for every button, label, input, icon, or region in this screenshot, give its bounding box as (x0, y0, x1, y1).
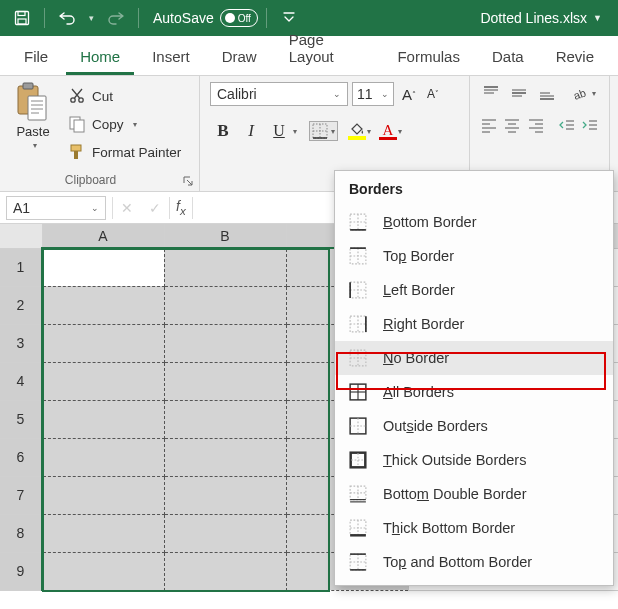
cell[interactable] (42, 362, 164, 400)
cell[interactable] (164, 400, 286, 438)
align-right-button[interactable] (525, 114, 547, 136)
font-name-combo[interactable]: Calibri⌄ (210, 82, 348, 106)
fx-icon[interactable]: fx (176, 198, 186, 217)
cell[interactable] (164, 438, 286, 476)
file-title[interactable]: Dotted Lines.xlsx▼ (480, 10, 602, 26)
svg-point-10 (71, 98, 75, 102)
clipboard-launcher[interactable] (181, 174, 195, 188)
row-header[interactable]: 1 (0, 248, 42, 286)
cell[interactable] (164, 362, 286, 400)
tab-draw[interactable]: Draw (208, 40, 271, 75)
format-painter-button[interactable]: Format Painter (68, 140, 181, 164)
decrease-indent-button[interactable] (556, 114, 578, 136)
border-menu-item[interactable]: Bottom Border (335, 205, 613, 239)
cell[interactable] (42, 400, 164, 438)
border-menu-item[interactable]: Bottom Double Border (335, 477, 613, 511)
autosave-label: AutoSave (153, 10, 214, 26)
name-box[interactable]: A1⌄ (6, 196, 106, 220)
cell[interactable] (164, 286, 286, 324)
decrease-font-button[interactable]: A˅ (422, 83, 444, 105)
cell[interactable] (42, 248, 164, 286)
border-menu-item[interactable]: Top Border (335, 239, 613, 273)
tab-insert[interactable]: Insert (138, 40, 204, 75)
bucket-icon (349, 122, 365, 136)
border-option-icon (349, 247, 367, 265)
cell[interactable] (164, 514, 286, 552)
tab-formulas[interactable]: Formulas (383, 40, 474, 75)
border-option-icon (349, 349, 367, 367)
row-header[interactable]: 2 (0, 286, 42, 324)
border-option-icon (349, 417, 367, 435)
border-menu-item[interactable]: All Borders (335, 375, 613, 409)
cell[interactable] (42, 552, 164, 590)
underline-button[interactable]: U▾ (266, 118, 297, 144)
column-header[interactable]: B (164, 224, 286, 248)
svg-rect-4 (23, 83, 33, 89)
orientation-button[interactable]: ab▾ (570, 82, 596, 104)
paste-button[interactable] (16, 82, 50, 122)
svg-text:ab: ab (571, 87, 587, 101)
cell[interactable] (164, 324, 286, 362)
row-header[interactable]: 8 (0, 514, 42, 552)
autosave-toggle[interactable]: AutoSave Off (153, 9, 258, 27)
border-menu-item[interactable]: Thick Outside Borders (335, 443, 613, 477)
border-menu-item[interactable]: Right Border (335, 307, 613, 341)
increase-indent-button[interactable] (579, 114, 601, 136)
fill-color-button[interactable]: ▾ (348, 122, 371, 140)
borders-button[interactable]: ▾ (309, 121, 338, 141)
paste-more-chevron[interactable]: ▾ (33, 141, 37, 150)
svg-rect-15 (74, 151, 78, 159)
tab-data[interactable]: Data (478, 40, 538, 75)
cell[interactable] (42, 286, 164, 324)
increase-font-button[interactable]: A˄ (398, 83, 420, 105)
row-header[interactable]: 7 (0, 476, 42, 514)
row-header[interactable]: 3 (0, 324, 42, 362)
cell[interactable] (42, 438, 164, 476)
cell[interactable] (42, 514, 164, 552)
copy-button[interactable]: Copy▾ (68, 112, 181, 136)
svg-rect-13 (74, 120, 84, 132)
select-all-corner[interactable] (0, 224, 42, 248)
border-icon (312, 123, 328, 139)
row-header[interactable]: 9 (0, 552, 42, 590)
align-center-button[interactable] (502, 114, 524, 136)
row-header[interactable]: 5 (0, 400, 42, 438)
cell[interactable] (164, 476, 286, 514)
undo-more-chevron[interactable]: ▾ (89, 13, 94, 23)
svg-rect-14 (71, 145, 81, 151)
enter-formula-button: ✓ (141, 194, 169, 222)
row-header[interactable]: 4 (0, 362, 42, 400)
font-color-button[interactable]: A ▾ (379, 123, 402, 140)
group-clipboard: Paste ▾ Cut Copy▾ Format Painter Clipboa… (0, 76, 200, 191)
cell[interactable] (42, 324, 164, 362)
copy-icon (68, 115, 86, 133)
cell[interactable] (42, 476, 164, 514)
tab-review[interactable]: Revie (542, 40, 608, 75)
border-menu-item[interactable]: No Border (335, 341, 613, 375)
bold-button[interactable]: B (210, 118, 236, 144)
border-option-icon (349, 553, 367, 571)
cell[interactable] (164, 552, 286, 590)
save-button[interactable] (8, 4, 36, 32)
undo-button[interactable] (53, 4, 81, 32)
italic-button[interactable]: I (238, 118, 264, 144)
align-top-button[interactable] (478, 82, 504, 104)
paintbrush-icon (68, 143, 86, 161)
tab-home[interactable]: Home (66, 40, 134, 75)
column-header[interactable]: A (42, 224, 164, 248)
align-left-button[interactable] (478, 114, 500, 136)
align-middle-button[interactable] (506, 82, 532, 104)
row-header[interactable]: 6 (0, 438, 42, 476)
cell[interactable] (164, 248, 286, 286)
border-menu-item[interactable]: Top and Bottom Border (335, 545, 613, 579)
border-menu-item[interactable]: Left Border (335, 273, 613, 307)
border-menu-item[interactable]: Thick Bottom Border (335, 511, 613, 545)
svg-rect-2 (18, 19, 26, 24)
tab-file[interactable]: File (10, 40, 62, 75)
font-size-combo[interactable]: 11⌄ (352, 82, 394, 106)
border-menu-item[interactable]: Outside Borders (335, 409, 613, 443)
tab-page-layout[interactable]: Page Layout (275, 23, 380, 75)
cut-button[interactable]: Cut (68, 84, 181, 108)
clipboard-group-label: Clipboard (0, 173, 181, 189)
align-bottom-button[interactable] (534, 82, 560, 104)
